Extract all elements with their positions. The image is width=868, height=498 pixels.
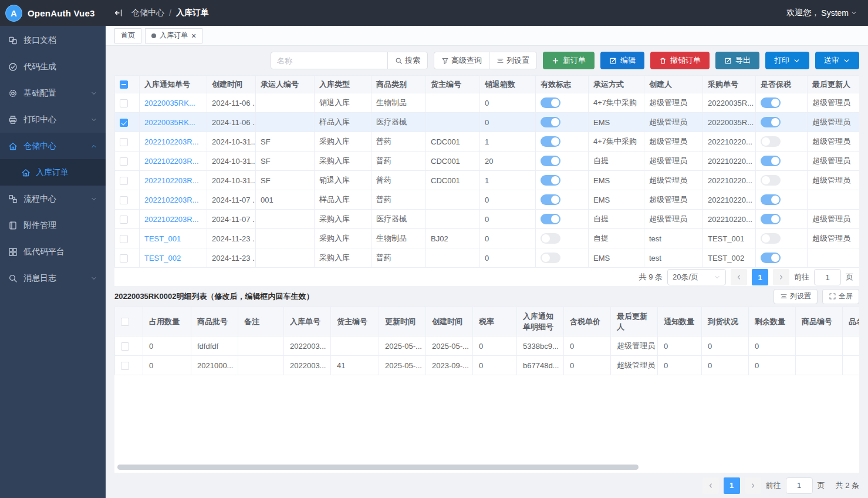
cancel-order-label: 撤销订单 xyxy=(670,55,701,66)
select-all-checkbox[interactable] xyxy=(120,80,128,89)
cell: CDC001 xyxy=(426,152,480,171)
sidebar-item-label: 基础配置 xyxy=(23,88,56,99)
tab-home[interactable]: 首页 xyxy=(114,28,141,43)
tab-inbound-orders[interactable]: 入库订单 × xyxy=(145,28,202,43)
export-button[interactable]: 导出 xyxy=(715,52,759,69)
row-checkbox[interactable] xyxy=(121,342,129,351)
row-checkbox[interactable] xyxy=(120,216,128,224)
detail-column-settings-button[interactable]: 列设置 xyxy=(774,289,818,304)
bonded-toggle[interactable] xyxy=(761,194,781,205)
cell: 001 xyxy=(256,190,315,210)
detail-current-page[interactable]: 1 xyxy=(724,477,740,494)
row-checkbox[interactable] xyxy=(120,196,128,204)
cell: 0 xyxy=(143,356,191,375)
table-row: 2022102203R...2024-11-07 ...采购入库医疗器械0自提超… xyxy=(115,210,860,229)
row-checkbox[interactable] xyxy=(120,254,128,263)
chevron-right-icon xyxy=(749,482,756,489)
fullscreen-button[interactable]: 全屏 xyxy=(822,289,859,304)
valid-flag-toggle[interactable] xyxy=(541,136,560,147)
order-link[interactable]: 20220035RK... xyxy=(144,118,195,127)
sidebar-item-9[interactable]: 消息日志 xyxy=(0,265,106,291)
bonded-toggle[interactable] xyxy=(761,156,781,166)
row-checkbox[interactable] xyxy=(121,362,129,370)
sidebar-item-2[interactable]: 代码生成 xyxy=(0,53,106,80)
sidebar-collapse-icon[interactable] xyxy=(114,8,123,18)
cancel-order-button[interactable]: 撤销订单 xyxy=(650,52,710,69)
search-input[interactable] xyxy=(271,52,388,69)
detail-prev-page-button[interactable] xyxy=(702,477,719,494)
order-link[interactable]: 2022102203R... xyxy=(144,215,199,224)
detail-next-page-button[interactable] xyxy=(745,477,761,494)
valid-flag-toggle[interactable] xyxy=(541,97,560,108)
sidebar-item-4[interactable]: 打印中心 xyxy=(0,106,106,133)
column-header: 商品类别 xyxy=(371,76,426,93)
bonded-toggle[interactable] xyxy=(761,233,781,244)
print-dropdown-button[interactable]: 打印 xyxy=(765,52,809,69)
new-order-button[interactable]: 新订单 xyxy=(543,52,595,69)
column-settings-button[interactable]: 列设置 xyxy=(489,52,537,69)
row-checkbox[interactable] xyxy=(120,157,128,166)
sidebar-item-6[interactable]: 流程中心 xyxy=(0,186,106,212)
order-link[interactable]: 20220035RK... xyxy=(144,99,195,107)
page-size-select[interactable]: 20条/页 xyxy=(667,269,726,285)
bonded-toggle[interactable] xyxy=(761,214,781,224)
valid-flag-toggle[interactable] xyxy=(541,175,560,186)
current-page[interactable]: 1 xyxy=(752,269,768,285)
horizontal-scrollbar[interactable] xyxy=(117,465,639,470)
select-all-checkbox[interactable] xyxy=(121,318,129,326)
print-label: 打印 xyxy=(774,55,789,66)
search-button[interactable]: 搜索 xyxy=(387,52,428,69)
detail-title: 20220035RK0002明细列表（修改后，编辑框内回车生效） xyxy=(114,291,314,302)
edit-button[interactable]: 编辑 xyxy=(600,52,644,69)
table-row: 2022102203R...2024-11-07 ...001样品入库普药0EM… xyxy=(115,190,860,210)
row-checkbox[interactable] xyxy=(120,235,128,243)
row-checkbox[interactable] xyxy=(120,119,128,127)
valid-flag-toggle[interactable] xyxy=(541,253,560,263)
order-link[interactable]: TEST_002 xyxy=(144,254,181,263)
fullscreen-icon xyxy=(829,292,836,300)
cell: 超级管理员 xyxy=(611,337,658,356)
valid-flag-toggle[interactable] xyxy=(541,233,560,244)
close-icon[interactable]: × xyxy=(191,32,196,40)
cell: 20220035RK... xyxy=(140,113,207,132)
valid-flag-toggle[interactable] xyxy=(541,156,560,166)
bonded-toggle[interactable] xyxy=(761,97,781,108)
next-page-button[interactable] xyxy=(773,269,789,285)
bonded-toggle[interactable] xyxy=(761,175,781,186)
sidebar-item-1[interactable]: 接口文档 xyxy=(0,27,106,53)
submit-review-dropdown-button[interactable]: 送审 xyxy=(815,52,859,69)
breadcrumb-section[interactable]: 仓储中心 xyxy=(131,8,164,18)
order-link[interactable]: 2022102203R... xyxy=(144,176,199,185)
sidebar-item-8[interactable]: 低代码平台 xyxy=(0,238,106,265)
row-checkbox[interactable] xyxy=(120,177,128,185)
sidebar-item-7[interactable]: 附件管理 xyxy=(0,212,106,238)
column-settings-label: 列设置 xyxy=(506,55,529,66)
valid-flag-toggle[interactable] xyxy=(541,214,560,224)
advanced-query-button[interactable]: 高级查询 xyxy=(434,52,489,69)
detail-goto-page-input[interactable] xyxy=(786,477,813,494)
app-header: A OpenAuth Vue3 仓储中心 / 入库订单 欢迎您，System xyxy=(0,0,868,26)
row-checkbox[interactable] xyxy=(120,138,128,146)
goto-page-input[interactable] xyxy=(814,269,841,285)
order-link[interactable]: 2022102203R... xyxy=(144,196,199,204)
table-row: 2022102203R...2024-10-31...SF采购入库普药CDC00… xyxy=(115,132,860,152)
cell: 2024-11-23 ... xyxy=(207,229,256,248)
valid-flag-toggle[interactable] xyxy=(541,117,560,127)
prev-page-button[interactable] xyxy=(731,269,747,285)
sidebar-subitem[interactable]: 入库订单 xyxy=(0,159,106,186)
table-row: 20220035RK...2024-11-06 ...销退入库生物制品04+7集… xyxy=(115,93,860,113)
bonded-toggle[interactable] xyxy=(761,117,781,127)
bonded-toggle[interactable] xyxy=(761,136,781,147)
order-link[interactable]: 2022102203R... xyxy=(144,157,199,166)
order-link[interactable]: 2022102203R... xyxy=(144,137,199,146)
order-link[interactable]: TEST_001 xyxy=(144,234,181,243)
valid-flag-toggle[interactable] xyxy=(541,194,560,205)
cell: CDC001 xyxy=(426,132,480,152)
bonded-toggle[interactable] xyxy=(761,253,781,263)
sidebar-item-3[interactable]: 基础配置 xyxy=(0,80,106,106)
app-root: A OpenAuth Vue3 仓储中心 / 入库订单 欢迎您，System 接… xyxy=(0,0,868,498)
sidebar-item-5[interactable]: 仓储中心 xyxy=(0,133,106,159)
row-checkbox[interactable] xyxy=(120,99,128,107)
cell: 普药 xyxy=(371,190,426,210)
user-menu[interactable]: 欢迎您，System xyxy=(786,8,868,18)
